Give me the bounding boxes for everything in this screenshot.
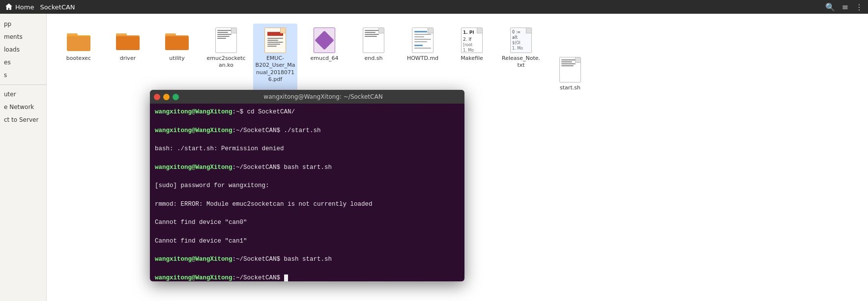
terminal-line-10: wangxitong@WangXitong:~/SocketCAN$ — [155, 274, 460, 282]
terminal-line-4: wangxitong@WangXitong:~/SocketCAN$ bash … — [155, 163, 460, 172]
dots-icon[interactable]: ⋮ — [855, 2, 863, 12]
sidebar-item-connect[interactable]: ct to Server — [0, 114, 46, 125]
file-label-release: Release_Note.txt — [501, 55, 541, 69]
pdf-icon-emuc-b202 — [262, 27, 288, 53]
sidebar-item-files[interactable]: es — [0, 57, 46, 68]
file-item-utility[interactable]: utility — [155, 24, 199, 95]
file-item-makefile[interactable]: 1. Pl 2. If [root 1. Mo Makefile — [450, 24, 494, 95]
textdoc-icon-howtd — [410, 27, 435, 53]
file-item-emuc-b202[interactable]: EMUC-B202_User_Manual_20180716.pdf — [253, 24, 297, 95]
svg-rect-3 — [67, 36, 90, 50]
terminal-line-3: bash: ./start.sh: Permission denied — [155, 144, 460, 154]
folder-icon-driver — [115, 27, 141, 53]
sidebar-item-s[interactable]: s — [0, 70, 46, 81]
file-item-bootexec[interactable]: bootexec — [57, 24, 101, 95]
file-item-emuc2socketcan[interactable]: emuc2socketcan.ko — [204, 24, 248, 95]
terminal-line-6: rmmod: ERROR: Module emuc2socketcan is n… — [155, 200, 460, 209]
sidebar-divider — [0, 84, 46, 85]
home-label: Home — [15, 3, 34, 11]
sidebar-item-downloads[interactable]: loads — [0, 44, 46, 55]
file-item-startsh[interactable]: start.sh — [548, 53, 592, 95]
terminal-close-button[interactable] — [154, 94, 160, 100]
file-label-driver: driver — [120, 55, 136, 62]
terminal-line-5: [sudo] password for wangxitong: — [155, 181, 460, 191]
sidebar-item-network[interactable]: e Network — [0, 102, 46, 112]
terminal-titlebar: wangxitong@WangXitong: ~/SocketCAN — [150, 90, 464, 104]
makefile-icon: 1. Pl 2. If [root 1. Mo — [459, 27, 485, 53]
svg-rect-9 — [165, 36, 189, 50]
window-title: SocketCAN — [40, 3, 75, 11]
file-label-utility: utility — [169, 55, 184, 62]
terminal-title: wangxitong@WangXitong: ~/SocketCAN — [186, 93, 461, 100]
terminal-body[interactable]: wangxitong@WangXitong:~$ cd SocketCAN/ w… — [150, 104, 464, 281]
file-label-makefile: Makefile — [461, 55, 483, 62]
file-item-howtd[interactable]: HOWTD.md — [401, 24, 445, 95]
file-label-emucd64: emucd_64 — [311, 55, 339, 62]
sidebar-item-computer[interactable]: uter — [0, 89, 46, 100]
terminal-minimize-button[interactable] — [163, 94, 170, 100]
terminal-line-9: wangxitong@WangXitong:~/SocketCAN$ bash … — [155, 255, 460, 264]
file-item-driver[interactable]: driver — [106, 24, 150, 95]
file-label-emuc2socketcan: emuc2socketcan.ko — [206, 55, 246, 69]
terminal-line-8: Cannot find device "can1" — [155, 237, 460, 246]
file-label-startsh: start.sh — [560, 84, 580, 91]
terminal-line-2: wangxitong@WangXitong:~/SocketCAN$ ./sta… — [155, 126, 460, 136]
terminal-line-1: wangxitong@WangXitong:~$ cd SocketCAN/ — [155, 108, 460, 117]
file-label-bootexec: bootexec — [66, 55, 91, 62]
sidebar-item-documents[interactable]: ments — [0, 31, 46, 42]
script-icon-endsh — [361, 27, 386, 53]
script-icon-emuc2socketcan — [213, 27, 239, 53]
terminal-maximize-button[interactable] — [173, 94, 179, 100]
terminal-line-7: Cannot find device "can0" — [155, 218, 460, 227]
binary-icon-emucd64 — [312, 27, 337, 53]
sidebar: pp ments loads es s uter e Network ct to… — [0, 14, 47, 301]
topbar: Home SocketCAN 🔍 ≡ ⋮ — [0, 0, 868, 14]
file-label-emuc-b202: EMUC-B202_User_Manual_20180716.pdf — [255, 55, 295, 83]
sidebar-item-app[interactable]: pp — [0, 19, 46, 29]
menu-icon[interactable]: ≡ — [842, 2, 848, 12]
folder-icon-utility — [164, 27, 190, 53]
file-item-emucd64[interactable]: emucd_64 — [302, 24, 347, 95]
main-layout: pp ments loads es s uter e Network ct to… — [0, 14, 868, 301]
file-area: bootexec driver — [47, 14, 868, 301]
home-nav[interactable]: Home — [5, 3, 34, 11]
folder-icon-bootexec — [66, 27, 91, 53]
file-item-endsh[interactable]: end.sh — [351, 24, 396, 95]
file-item-release[interactable]: 0 := all: $(Ol 1. Mo Release_Note.txt — [499, 24, 543, 95]
topbar-actions: 🔍 ≡ ⋮ — [825, 2, 863, 12]
svg-rect-6 — [116, 36, 140, 50]
file-label-endsh: end.sh — [365, 55, 383, 62]
search-icon[interactable]: 🔍 — [825, 2, 835, 12]
release-icon: 0 := all: $(Ol 1. Mo — [508, 27, 534, 53]
home-icon — [5, 3, 13, 11]
file-label-howtd: HOWTD.md — [407, 55, 438, 62]
terminal-window[interactable]: wangxitong@WangXitong: ~/SocketCAN wangx… — [150, 90, 464, 281]
script-icon-startsh — [557, 57, 583, 82]
